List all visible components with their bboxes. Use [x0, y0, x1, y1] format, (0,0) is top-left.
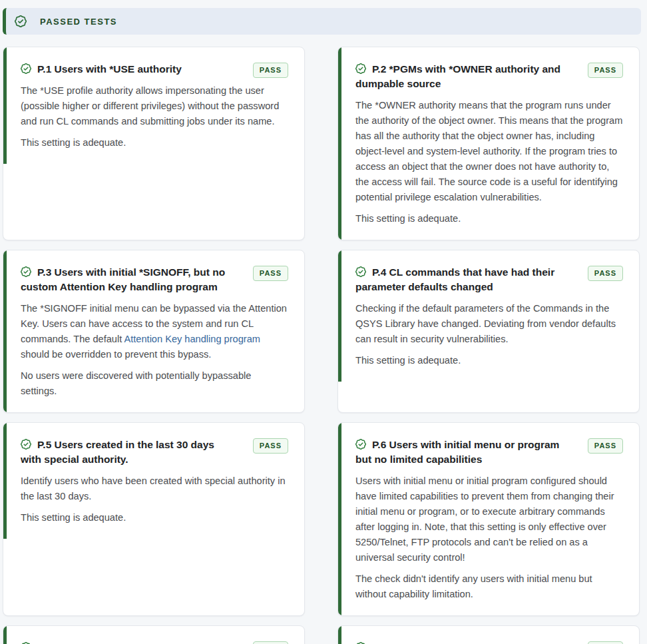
pass-badge: PASS — [253, 438, 288, 454]
test-card-p1: P.1 Users with *USE authority The *USE p… — [3, 47, 305, 240]
pass-badge: PASS — [588, 63, 623, 78]
verified-check-icon — [21, 439, 31, 450]
test-card-p2: P.2 *PGMs with *OWNER authority and dump… — [337, 47, 640, 240]
test-card-p4: P.4 CL commands that have had their para… — [337, 250, 640, 413]
test-title: P.1 Users with *USE authority — [21, 62, 288, 77]
verified-check-icon — [15, 15, 27, 27]
pass-badge: PASS — [588, 641, 623, 644]
test-result-text: The check didn't identify any users with… — [355, 571, 623, 602]
verified-check-icon — [355, 439, 366, 450]
test-title-text: P.1 Users with *USE authority — [37, 63, 182, 75]
test-card-p3: P.3 Users with initial *SIGNOFF, but no … — [3, 250, 305, 413]
test-card-p8: P.8 Group profiles with Passwords Checki… — [337, 625, 640, 644]
test-title-text: P.4 CL commands that have had their para… — [355, 266, 554, 292]
test-title-text: P.3 Users with initial *SIGNOFF, but no … — [21, 266, 225, 292]
test-title: P.2 *PGMs with *OWNER authority and dump… — [355, 62, 623, 91]
test-description: The *USE profile authority allows impers… — [21, 83, 288, 129]
test-title-text: P.2 *PGMs with *OWNER authority and dump… — [355, 63, 560, 89]
test-title: P.6 Users with initial menu or program b… — [355, 438, 623, 467]
test-description: Identify users who have been created wit… — [21, 474, 288, 504]
test-card-p5: P.5 Users created in the last 30 days wi… — [3, 422, 305, 616]
pass-badge: PASS — [588, 438, 623, 454]
pass-badge: PASS — [588, 266, 623, 281]
description-text: should be overridden to prevent this byp… — [21, 349, 211, 360]
passed-tests-banner: PASSED TESTS — [3, 8, 641, 35]
pass-badge: PASS — [253, 641, 288, 644]
test-card-p7: P.7 Authorities of the initial programs … — [3, 625, 305, 644]
test-result-text: This setting is adequate. — [355, 353, 623, 368]
test-result-text: This setting is adequate. — [21, 510, 288, 525]
attention-key-handling-program-link[interactable]: Attention Key handling program — [124, 334, 260, 344]
test-description: Checking if the default parameters of th… — [355, 301, 623, 347]
test-result-text: No users were discovered with potentiall… — [21, 368, 288, 399]
test-cards-grid: P.1 Users with *USE authority The *USE p… — [3, 47, 640, 644]
test-result-text: This setting is adequate. — [355, 211, 623, 226]
test-card-p6: P.6 Users with initial menu or program b… — [337, 422, 640, 616]
verified-check-icon — [21, 266, 31, 277]
verified-check-icon — [21, 63, 31, 74]
verified-check-icon — [355, 63, 366, 74]
test-title: P.4 CL commands that have had their para… — [355, 265, 623, 294]
test-description: Users with initial menu or initial progr… — [355, 474, 623, 565]
test-title: P.3 Users with initial *SIGNOFF, but no … — [21, 265, 288, 294]
test-description: The *OWNER authority means that the prog… — [355, 98, 623, 205]
test-title: P.7 Authorities of the initial programs — [21, 641, 288, 644]
test-title-text: P.5 Users created in the last 30 days wi… — [21, 439, 214, 465]
test-title: P.5 Users created in the last 30 days wi… — [21, 438, 288, 467]
test-result-text: This setting is adequate. — [21, 135, 288, 151]
verified-check-icon — [355, 266, 366, 277]
pass-badge: PASS — [253, 266, 288, 281]
passed-tests-label: PASSED TESTS — [40, 17, 117, 27]
test-title: P.8 Group profiles with Passwords — [355, 641, 623, 644]
test-description: The *SIGNOFF initial menu can be bypasse… — [21, 301, 288, 362]
pass-badge: PASS — [253, 63, 288, 78]
test-title-text: P.6 Users with initial menu or program b… — [355, 439, 559, 465]
